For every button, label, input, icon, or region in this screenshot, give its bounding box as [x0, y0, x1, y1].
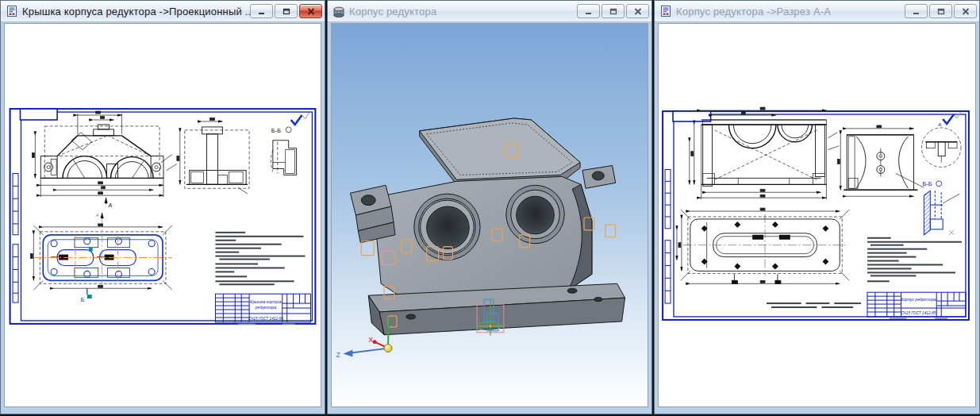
drawing-document-icon [659, 5, 672, 17]
sheet-frame [663, 111, 969, 320]
drawing-canvas-cover[interactable]: А [5, 24, 321, 406]
material-spec: СЧ15 ГОСТ 1412-85 [901, 311, 936, 315]
restore-button[interactable] [601, 4, 625, 18]
svg-text:Б-Б: Б-Б [922, 180, 932, 187]
restore-button[interactable] [275, 4, 298, 18]
window-cover-titlebar[interactable]: Крышка корпуса редуктора ->Проекционный … [1, 1, 325, 22]
window-body-titlebar[interactable]: Корпус редуктора ->Разрез А-А [655, 1, 979, 22]
window-cover-drawing: Крышка корпуса редуктора ->Проекционный … [0, 0, 325, 414]
svg-text:Б: Б [81, 297, 85, 302]
axis-x-label: X [368, 336, 373, 344]
close-button[interactable] [626, 4, 649, 18]
drawing-document-icon [6, 5, 18, 17]
window-title: Корпус редуктора ->Разрез А-А [676, 6, 905, 17]
minimize-button[interactable] [577, 4, 600, 18]
close-button[interactable] [299, 4, 322, 18]
window-body-drawing: Корпус редуктора ->Разрез А-А [654, 0, 980, 414]
part-name-line2: редуктора [255, 305, 276, 310]
model-canvas-3d[interactable]: X Z [332, 24, 648, 406]
sheet-frame [10, 109, 316, 324]
window-title: Крышка корпуса редуктора ->Проекционный … [22, 6, 250, 17]
restore-button[interactable] [929, 4, 952, 18]
kompas-mdi-workspace: { "windows": { "left": { "title": "Крышк… [0, 0, 980, 416]
part-name-line1: Корпус редуктора [901, 297, 936, 302]
drawing-canvas-body[interactable]: А Б-Б [659, 24, 975, 406]
material-spec: СЧ15 ГОСТ 1412-85 [248, 317, 283, 321]
svg-text:А: А [108, 202, 113, 208]
svg-text:А: А [95, 213, 99, 218]
window-title: Корпус редуктора [349, 6, 577, 17]
window-3d-titlebar[interactable]: Корпус редуктора [328, 1, 651, 22]
drawing-viewport-cover[interactable]: А [4, 23, 321, 407]
part-3d-icon [332, 5, 345, 17]
minimize-button[interactable] [250, 4, 273, 18]
minimize-button[interactable] [905, 4, 928, 18]
window-3d-model: Корпус редуктора [327, 0, 652, 414]
part-name-line1: Крышка корпуса [250, 299, 282, 304]
drawing-viewport-body[interactable]: А Б-Б [658, 23, 976, 407]
svg-text:А: А [937, 122, 941, 127]
axis-z-label: Z [336, 351, 341, 359]
svg-text:Б-Б: Б-Б [271, 127, 281, 134]
model-viewport-3d[interactable]: X Z [331, 23, 648, 407]
close-button[interactable] [954, 4, 977, 18]
